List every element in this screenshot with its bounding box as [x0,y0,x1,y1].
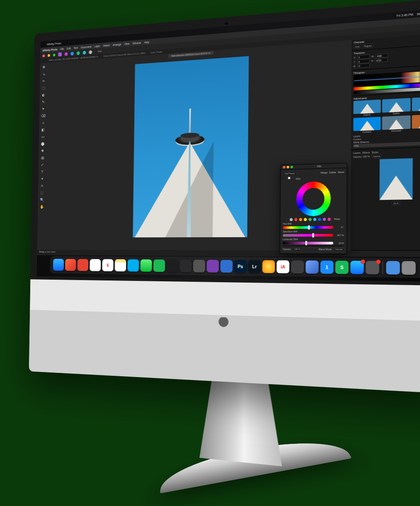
tool-move[interactable]: ✥ [42,64,47,70]
tool-brush[interactable]: ✎ [41,99,46,105]
channel-dot[interactable] [323,218,326,220]
zoom-value[interactable]: 14 % [392,201,400,205]
effects-tab[interactable]: Effects [362,151,370,154]
macos-dock[interactable]: 6PsLriA1S [50,256,420,278]
tool-text[interactable]: T [40,169,45,174]
dock-app-trash[interactable] [402,261,415,275]
slider-track[interactable] [283,234,333,237]
tool-clone[interactable]: ⎌ [41,120,46,126]
dock-app-calendar[interactable]: 6 [102,259,113,271]
hsl-dialog[interactable]: HSL Add Preset Merge Delete Reset HSV Pi… [280,163,347,254]
dock-app-books[interactable] [306,260,319,273]
style-select[interactable]: Regular [362,43,373,48]
dock-app-todoist[interactable] [77,259,88,271]
slider-saturation-shift[interactable]: Saturation Shift [283,230,344,233]
dock-app-app3[interactable] [262,260,275,273]
tool-flood[interactable]: ◐ [41,92,46,98]
preset-thumb[interactable] [353,117,381,131]
preset-thumb[interactable] [382,115,410,130]
dock-app-notes[interactable] [115,259,126,271]
preset-thumb[interactable] [353,100,381,114]
character-panel[interactable]: Character Arial Regular [352,33,420,51]
channel-dot[interactable] [328,218,331,220]
slider-thumb[interactable] [312,233,314,237]
tool-artistic[interactable]: A [39,183,45,189]
dock-app-final-cut[interactable] [180,260,192,272]
traffic-light-max-icon[interactable] [53,53,55,56]
dock-app-spotify[interactable] [153,260,165,272]
slider-thumb[interactable] [308,225,310,229]
preset-thumb[interactable] [412,97,420,111]
channel-dot[interactable] [299,218,302,221]
opacity-label[interactable]: Opacity: 100 % [353,155,370,158]
document-image[interactable] [133,56,249,238]
channel-dots[interactable]: Picker [283,218,344,221]
dock-app-slack[interactable] [90,259,101,271]
channel-dot[interactable] [318,218,321,220]
tool-dropdown[interactable]: ▾ [39,176,45,181]
dock-app-1password[interactable]: 1 [320,260,333,274]
traffic-light-min-icon[interactable] [47,54,50,57]
tool-crop[interactable]: ✂ [41,78,46,84]
slider-luminosity-shift[interactable]: Luminosity Shift [283,238,344,240]
menu-item[interactable]: Select [103,44,110,47]
dock-app-app2[interactable] [220,260,233,273]
dock-app-messages[interactable] [140,259,152,271]
menu-item[interactable]: Document [81,45,92,49]
menubar-user[interactable]: Marius Masalar [417,10,420,16]
adj-levels[interactable]: Levels [353,135,360,138]
layers-tab[interactable]: Layers [353,152,361,155]
preset-thumb[interactable] [412,114,420,128]
tool-mesh[interactable]: ⤢ [40,162,45,168]
tool-ellipse[interactable]: ⬤ [40,141,45,147]
menu-item[interactable]: File [60,47,64,50]
blend-mode[interactable]: Normal [372,154,382,158]
menu-item[interactable]: Layer [94,45,100,48]
dock-app-affinity-photo[interactable] [207,260,219,272]
blend-value[interactable]: Normal [334,247,344,251]
histogram-panel[interactable]: Histogram [351,65,420,96]
hue-wheel[interactable] [296,181,331,216]
adj-hsl[interactable]: HSL [354,144,359,147]
channel-dot[interactable] [289,218,292,221]
tool-rect[interactable]: ▭ [40,134,45,139]
channel-dot[interactable] [304,218,307,221]
styles-tab[interactable]: Styles [372,151,378,154]
reset-button[interactable]: Reset [338,171,344,174]
tool-zoom[interactable]: 🔍 [39,197,45,202]
menu-item[interactable]: View [124,42,129,45]
menubar-time[interactable]: Fri 3:46 PM [396,13,413,17]
traffic-light-close-icon[interactable] [42,54,45,57]
tool-pen[interactable]: ✚ [40,148,45,153]
dock-app-finder[interactable] [53,259,64,270]
menu-item[interactable]: Edit [67,47,71,50]
tool-view[interactable]: ↘ [41,71,46,77]
persona-tone[interactable] [83,51,86,55]
canvas[interactable]: MariusMasalar-20200202-Canon EOS R-7-2 [45,40,352,250]
dock-app-downloads[interactable] [386,261,400,274]
slider-track[interactable] [283,226,333,229]
menu-item[interactable]: Help [144,40,149,44]
slider-thumb[interactable] [305,241,307,245]
tool-select[interactable]: ⬚ [41,85,46,91]
y-field[interactable] [357,59,370,63]
tool-erase[interactable]: ⌫ [41,113,46,119]
w-field[interactable] [375,53,388,58]
dock-app-sublime[interactable] [291,260,304,273]
dock-app-lightroom[interactable]: Lr [248,260,261,273]
dock-app-app1[interactable] [193,260,205,272]
doc-units[interactable]: Units: Pixels [150,50,162,54]
dock-app-photoshop[interactable]: Ps [234,260,247,273]
dock-app-brave[interactable] [65,259,76,271]
adjustments-panel[interactable]: Adjustments Default Darker Lighter [351,91,420,150]
navigator-thumb[interactable] [380,158,413,200]
menu-item[interactable]: Affinity Photo [42,48,58,52]
menu-item[interactable]: Window [132,41,141,45]
slider-hue-shift[interactable]: Hue Shift [283,222,344,225]
tool-heal[interactable]: ✦ [41,106,46,112]
x-field[interactable] [357,55,370,59]
dock-app-ia-writer[interactable]: iA [276,260,289,273]
font-select[interactable]: Arial [354,44,361,49]
dialog-min-icon[interactable] [287,165,289,168]
transform-panel[interactable]: Transform X W Y H R [352,45,420,71]
